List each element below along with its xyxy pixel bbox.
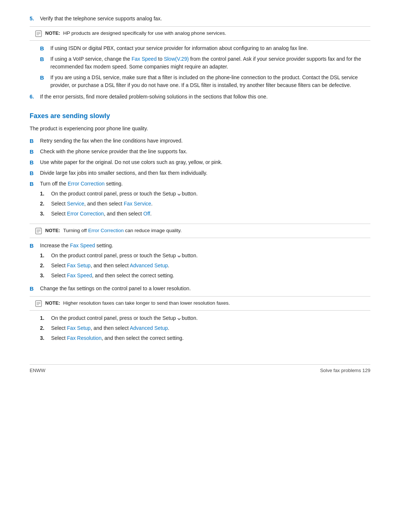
ec-step-1-num: 1.	[40, 190, 51, 198]
fs-step-2-text: Select Fax Setup, and then select Advanc…	[51, 262, 370, 270]
fax-sending-slowly-section: Faxes are sending slowly The product is …	[30, 111, 370, 342]
footer-right: Solve fax problems 129	[320, 367, 370, 374]
bullet-b1-text: If using ISDN or digital PBX, contact yo…	[50, 44, 370, 52]
bullet-ec-marker: B	[30, 180, 40, 188]
note-label-2: NOTE:	[45, 227, 60, 234]
bullet-retry-text: Retry sending the fax when the line cond…	[40, 137, 370, 145]
service-link[interactable]: Service	[67, 201, 84, 207]
bullet-fs-content: Increase the Fax Speed setting. 1. On th…	[40, 242, 370, 282]
res-step-3-num: 3.	[40, 334, 51, 342]
bullet-fs-marker: B	[30, 242, 40, 250]
fax-service-link[interactable]: Fax Service	[124, 201, 151, 207]
bullet-white-paper-text: Use white paper for the original. Do not…	[40, 158, 370, 166]
fax-speed-link-1[interactable]: Fax Speed	[131, 56, 157, 62]
advanced-setup-link-1[interactable]: Advanced Setup	[130, 262, 168, 268]
note-box-1: NOTE: HP products are designed specifica…	[30, 26, 370, 41]
fs-step-1-num: 1.	[40, 252, 51, 260]
note-text-2: Turning off Error Correction can reduce …	[63, 227, 181, 234]
bullet-res-marker: B	[30, 285, 40, 292]
res-step-2-text: Select Fax Setup, and then select Advanc…	[51, 324, 370, 332]
fax-speed-link-2[interactable]: Fax Speed	[70, 242, 95, 248]
note-label-3: NOTE:	[45, 300, 60, 307]
note-text-3: Higher resolution faxes can take longer …	[63, 300, 230, 307]
fs-step-3: 3. Select Fax Speed, and then select the…	[40, 272, 370, 280]
res-step-3: 3. Select Fax Resolution, and then selec…	[40, 334, 370, 342]
fax-setup-link-2[interactable]: Fax Setup	[67, 325, 91, 331]
bullet-retry-marker: B	[30, 137, 40, 145]
off-link-1[interactable]: Off	[143, 211, 150, 217]
ec-step-3-num: 3.	[40, 210, 51, 218]
ec-step-1: 1. On the product control panel, press o…	[40, 190, 370, 198]
page-footer: ENWW Solve fax problems 129	[30, 364, 370, 374]
bullet-retry: B Retry sending the fax when the line co…	[30, 137, 370, 145]
fax-resolution-link[interactable]: Fax Resolution	[67, 335, 101, 341]
note2-text-before: Turning off	[63, 228, 88, 233]
bullet-b2-text: If using a VoIP service, change the Fax …	[50, 55, 370, 71]
note2-text-after: can reduce image quality.	[124, 228, 182, 233]
bullet-fs-text-before: Increase the	[40, 242, 70, 248]
bullet-white-paper-marker: B	[30, 158, 40, 166]
note-icon-3	[35, 300, 42, 307]
advanced-setup-link-2[interactable]: Advanced Setup	[130, 325, 168, 331]
bullet-res-text: Change the fax settings on the control p…	[40, 285, 370, 292]
res-step-2: 2. Select Fax Setup, and then select Adv…	[40, 324, 370, 332]
fs-step-1: 1. On the product control panel, press o…	[40, 252, 370, 260]
bullet-b3-text: If you are using a DSL service, make sur…	[50, 74, 370, 89]
fax-speed-link-3[interactable]: Fax Speed	[67, 272, 92, 278]
fs-step-1-text: On the product control panel, press or t…	[51, 252, 370, 260]
res-step-1-text: On the product control panel, press or t…	[51, 314, 370, 322]
note-icon-1	[35, 30, 42, 37]
res-step-1-num: 1.	[40, 314, 51, 322]
step-6: 6. If the error persists, find more deta…	[30, 93, 370, 101]
ec-step-1-text: On the product control panel, press or t…	[51, 190, 370, 198]
bullet-b1: B If using ISDN or digital PBX, contact …	[40, 44, 370, 52]
bullet-error-correction: B Turn off the Error Correction setting.…	[30, 180, 370, 220]
ec-step-2-text: Select Service, and then select Fax Serv…	[51, 200, 370, 208]
bullet-divide-fax-marker: B	[30, 169, 40, 177]
fs-step-3-num: 3.	[40, 272, 51, 280]
error-correction-link-2[interactable]: Error Correction	[67, 211, 104, 217]
note-label-1: NOTE:	[45, 30, 60, 37]
bullet-b2: B If using a VoIP service, change the Fa…	[40, 55, 370, 71]
resolution-substeps: 1. On the product control panel, press o…	[40, 314, 370, 342]
ec-step-3-text: Select Error Correction, and then select…	[51, 210, 370, 218]
step-5: 5. Verify that the telephone service sup…	[30, 15, 370, 23]
note-box-3: NOTE: Higher resolution faxes can take l…	[30, 296, 370, 311]
fax-speed-steps: 1. On the product control panel, press o…	[40, 252, 370, 280]
resolution-steps: 1. On the product control panel, press o…	[40, 314, 370, 342]
footer-left: ENWW	[30, 367, 46, 374]
bullet-white-paper: B Use white paper for the original. Do n…	[30, 158, 370, 166]
ec-step-2: 2. Select Service, and then select Fax S…	[40, 200, 370, 208]
intro-paragraph: The product is experiencing poor phone l…	[30, 125, 370, 133]
fax-setup-link-1[interactable]: Fax Setup	[67, 262, 91, 268]
note-text-1: HP products are designed specifically fo…	[63, 30, 226, 37]
bullet-fs-text-after: setting.	[95, 242, 113, 248]
ec-step-2-num: 2.	[40, 200, 51, 208]
bullet-b2-marker: B	[40, 55, 50, 63]
step-6-number: 6.	[30, 93, 40, 101]
bullet-resolution: B Change the fax settings on the control…	[30, 285, 370, 292]
note-icon-2	[35, 227, 42, 235]
note-box-2: NOTE: Turning off Error Correction can r…	[30, 224, 370, 238]
bullet-check-phone: B Check with the phone service provider …	[30, 148, 370, 155]
error-correction-link-1[interactable]: Error Correction	[68, 181, 105, 187]
fs-step-2: 2. Select Fax Setup, and then select Adv…	[40, 262, 370, 270]
bullet-ec-text-after: setting.	[104, 181, 123, 187]
slow-v29-link[interactable]: Slow(V.29)	[164, 56, 189, 62]
section-heading: Faxes are sending slowly	[30, 111, 370, 121]
bullet-b1-marker: B	[40, 44, 50, 52]
ec-step-3: 3. Select Error Correction, and then sel…	[40, 210, 370, 218]
error-correction-link-3[interactable]: Error Correction	[88, 228, 124, 233]
bullet-divide-fax: B Divide large fax jobs into smaller sec…	[30, 169, 370, 177]
step-5-text: Verify that the telephone service suppor…	[40, 15, 370, 23]
res-step-2-num: 2.	[40, 324, 51, 332]
error-correction-steps: 1. On the product control panel, press o…	[40, 190, 370, 218]
bullet-b2-text-before: If using a VoIP service, change the	[50, 56, 131, 62]
fs-step-2-num: 2.	[40, 262, 51, 270]
step-5-number: 5.	[30, 15, 40, 23]
bullet-ec-content: Turn off the Error Correction setting. 1…	[40, 180, 370, 220]
bullet-ec-text-before: Turn off the	[40, 181, 68, 187]
bullet-divide-fax-text: Divide large fax jobs into smaller secti…	[40, 169, 370, 177]
simple-bullets: B Retry sending the fax when the line co…	[30, 137, 370, 177]
bullet-check-phone-marker: B	[30, 148, 40, 155]
